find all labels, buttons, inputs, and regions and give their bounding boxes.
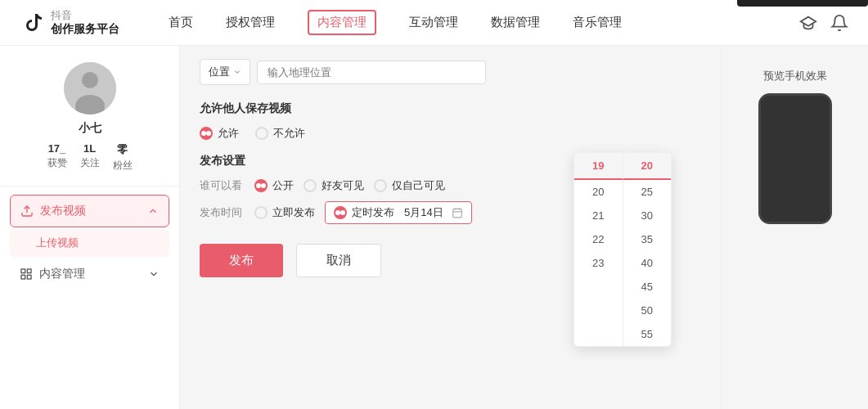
stat-likes-label: 获赞 (47, 156, 67, 170)
calendar-icon[interactable] (452, 207, 463, 218)
min-30[interactable]: 30 (623, 204, 672, 227)
allow-save-section: 允许他人保存视频 允许 不允许 (200, 101, 701, 141)
allow-save-options: 允许 不允许 (200, 126, 701, 141)
location-input[interactable] (257, 61, 486, 84)
sidebar-upload-label: 上传视频 (36, 236, 79, 249)
hour-23[interactable]: 23 (574, 251, 623, 275)
sidebar-item-content[interactable]: 内容管理 (10, 258, 169, 290)
visibility-private[interactable]: 仅自己可见 (374, 178, 445, 193)
phone-preview (758, 93, 832, 224)
hour-20[interactable]: 20 (574, 180, 623, 204)
public-radio[interactable] (254, 179, 268, 192)
svg-rect-9 (452, 209, 461, 218)
svg-point-2 (82, 72, 98, 88)
profile-area: 小七 17_ 获赞 1L 关注 零 粉丝 (0, 62, 179, 187)
hour-22[interactable]: 22 (574, 227, 623, 251)
cancel-button[interactable]: 取消 (296, 244, 381, 277)
hour-21[interactable]: 21 (574, 204, 623, 227)
allow-yes-label: 允许 (218, 126, 239, 141)
private-label: 仅自己可见 (392, 178, 445, 193)
nav-interact[interactable]: 互动管理 (409, 11, 458, 34)
sidebar-publish-label: 发布视频 (40, 204, 86, 218)
sidebar-menu: 发布视频 上传视频 内容管理 (0, 195, 179, 290)
public-label: 公开 (272, 178, 294, 193)
sidebar-item-publish[interactable]: 发布视频 (10, 195, 169, 227)
svg-rect-7 (21, 275, 25, 279)
allow-save-title: 允许他人保存视频 (200, 101, 701, 116)
content-area: 位置 允许他人保存视频 允许 不允许 (180, 46, 721, 409)
timed-label: 定时发布 (352, 205, 394, 220)
timed-radio[interactable] (334, 206, 347, 219)
scheduled-date: 5月14日 (404, 205, 443, 220)
top-nav: 抖音 创作服务平台 首页 授权管理 内容管理 互动管理 数据管理 音乐管理 (0, 0, 868, 46)
sidebar-content-label: 内容管理 (39, 267, 85, 281)
stat-following: 1L 关注 (80, 142, 100, 173)
allow-no[interactable]: 不允许 (255, 126, 305, 141)
time-picker-dropdown: 19 20 20 21 22 23 25 30 35 40 45 50 55 (573, 152, 672, 347)
location-select[interactable]: 位置 (200, 59, 250, 85)
location-label: 位置 (209, 65, 230, 79)
stat-following-label: 关注 (80, 156, 100, 170)
nav-content[interactable]: 内容管理 (308, 10, 376, 35)
allow-no-radio[interactable] (255, 127, 268, 140)
grid-icon (20, 267, 33, 281)
nav-music[interactable]: 音乐管理 (573, 11, 622, 34)
phone-screen (761, 96, 830, 222)
location-row: 位置 (200, 59, 701, 85)
graduate-hat-icon[interactable] (799, 14, 817, 32)
username: 小七 (79, 121, 101, 136)
svg-rect-5 (21, 269, 25, 273)
logo-area: 抖音 创作服务平台 (20, 9, 119, 35)
main-layout: 小七 17_ 获赞 1L 关注 零 粉丝 (0, 46, 868, 409)
allow-no-label: 不允许 (273, 126, 305, 141)
logo-brand: 抖音 (51, 9, 119, 22)
min-45[interactable]: 45 (623, 275, 672, 299)
picker-body: 20 21 22 23 25 30 35 40 45 50 55 (574, 180, 671, 346)
immediate-radio[interactable] (254, 206, 268, 219)
stat-fans: 零 粉丝 (113, 142, 133, 173)
visibility-friends[interactable]: 好友可见 (304, 178, 364, 193)
dark-bar (737, 0, 868, 7)
nav-links: 首页 授权管理 内容管理 互动管理 数据管理 音乐管理 (169, 10, 799, 35)
visibility-public[interactable]: 公开 (254, 178, 294, 193)
min-55[interactable]: 55 (623, 322, 672, 346)
stat-likes: 17_ 获赞 (47, 142, 67, 173)
timed-publish-box[interactable]: 定时发布 5月14日 (325, 201, 472, 224)
time-immediate[interactable]: 立即发布 (254, 205, 315, 220)
stat-likes-num: 17_ (48, 142, 66, 155)
min-50[interactable]: 50 (623, 299, 672, 322)
min-40[interactable]: 40 (623, 251, 672, 275)
min-35[interactable]: 35 (623, 227, 672, 251)
sidebar-item-upload[interactable]: 上传视频 (10, 229, 169, 257)
logo-subtitle: 创作服务平台 (51, 22, 119, 36)
nav-home[interactable]: 首页 (169, 11, 193, 34)
immediate-label: 立即发布 (272, 205, 315, 220)
nav-right (799, 14, 848, 32)
picker-minutes-col: 25 30 35 40 45 50 55 (623, 180, 672, 346)
time-label: 发布时间 (200, 205, 245, 220)
nav-auth[interactable]: 授权管理 (226, 11, 275, 34)
stat-fans-label: 粉丝 (113, 159, 133, 173)
picker-hours-col: 20 21 22 23 (574, 180, 623, 346)
nav-data[interactable]: 数据管理 (491, 11, 540, 34)
preview-label: 预览手机效果 (763, 69, 827, 83)
bell-icon[interactable] (830, 14, 848, 32)
private-radio[interactable] (374, 179, 387, 192)
friends-radio[interactable] (304, 179, 317, 192)
min-25[interactable]: 25 (623, 180, 672, 204)
publish-button[interactable]: 发布 (200, 244, 283, 277)
stat-fans-num: 零 (117, 142, 128, 157)
sidebar: 小七 17_ 获赞 1L 关注 零 粉丝 (0, 46, 180, 409)
svg-rect-0 (20, 9, 46, 35)
friends-label: 好友可见 (322, 178, 364, 193)
dropdown-arrow-icon (233, 68, 241, 76)
avatar-image (64, 62, 116, 115)
stat-following-num: 1L (83, 142, 96, 155)
allow-yes[interactable]: 允许 (200, 126, 239, 141)
tiktok-logo-icon (20, 9, 46, 35)
visibility-label: 谁可以看 (200, 178, 245, 193)
allow-yes-radio[interactable] (200, 127, 213, 140)
avatar (64, 62, 116, 115)
chevron-down-icon (148, 268, 160, 280)
picker-min-header: 20 (623, 153, 672, 180)
